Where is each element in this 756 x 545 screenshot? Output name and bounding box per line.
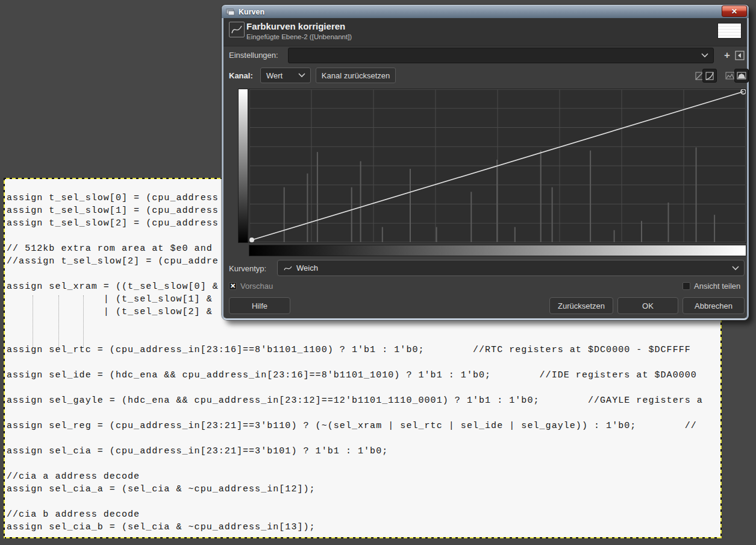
curves-dialog: Kurven ✕ Farbkurven korrigieren Eingefüg… (222, 5, 749, 320)
chevron-down-icon (298, 73, 305, 78)
window-title: Kurven (239, 8, 722, 16)
indent-guide (83, 295, 84, 347)
channel-label: Kanal: (229, 71, 253, 80)
ok-button[interactable]: OK (617, 297, 678, 314)
channel-reset-button[interactable]: Kanal zurücksetzen (316, 68, 396, 83)
dialog-subtitle: Eingefügte Ebene-2 ([Unbenannt]) (246, 33, 352, 40)
curve-smooth-toggle[interactable] (702, 69, 717, 83)
chevron-down-icon (701, 53, 708, 58)
histogram-log-icon (737, 72, 746, 80)
curve-type-label: Kurventyp: (229, 264, 266, 273)
presets-combo[interactable] (288, 48, 714, 63)
histogram-linear-icon (725, 72, 735, 80)
cancel-button[interactable]: Abbrechen (683, 297, 745, 314)
close-icon: ✕ (731, 7, 737, 16)
check-icon: ✕ (230, 283, 236, 289)
indent-guide (33, 295, 33, 347)
curve-editor[interactable] (249, 89, 746, 242)
dialog-title: Farbkurven korrigieren (246, 21, 345, 31)
curve-type-value: Weich (292, 263, 732, 272)
curve-type-select[interactable]: Weich (277, 260, 745, 276)
selection-ants-bottom (4, 537, 722, 538)
split-view-checkbox[interactable] (683, 282, 690, 290)
window-icon (226, 8, 235, 16)
indent-guide (58, 295, 59, 347)
preset-menu-button[interactable] (735, 51, 745, 60)
preview-checkbox[interactable]: ✕ (229, 282, 237, 290)
chevron-down-icon (732, 266, 739, 271)
histogram-log-toggle[interactable] (734, 69, 749, 83)
channel-select[interactable]: Wert (260, 68, 311, 83)
add-preset-button[interactable]: + (721, 49, 733, 61)
titlebar[interactable]: Kurven ✕ (222, 5, 749, 18)
help-button[interactable]: Hilfe (229, 297, 290, 314)
channel-value: Wert (261, 71, 298, 80)
smooth-curve-icon (705, 72, 714, 80)
output-gradient-bar (239, 89, 248, 242)
presets-label: Einstellungen: (229, 51, 278, 60)
smooth-curve-icon (284, 265, 292, 272)
input-gradient-bar (249, 245, 746, 256)
split-view-label: Ansicht teilen (694, 282, 740, 291)
preview-label: Vorschau (240, 282, 273, 291)
import-export-icon (735, 51, 745, 60)
close-button[interactable]: ✕ (722, 5, 747, 17)
curves-tool-icon (229, 22, 245, 37)
dialog-header: Farbkurven korrigieren Eingefügte Ebene-… (223, 18, 747, 46)
plus-icon: + (724, 49, 730, 61)
layer-thumbnail (718, 24, 741, 38)
reset-button[interactable]: Zurücksetzen (549, 297, 613, 314)
selection-ants-left (4, 178, 5, 538)
